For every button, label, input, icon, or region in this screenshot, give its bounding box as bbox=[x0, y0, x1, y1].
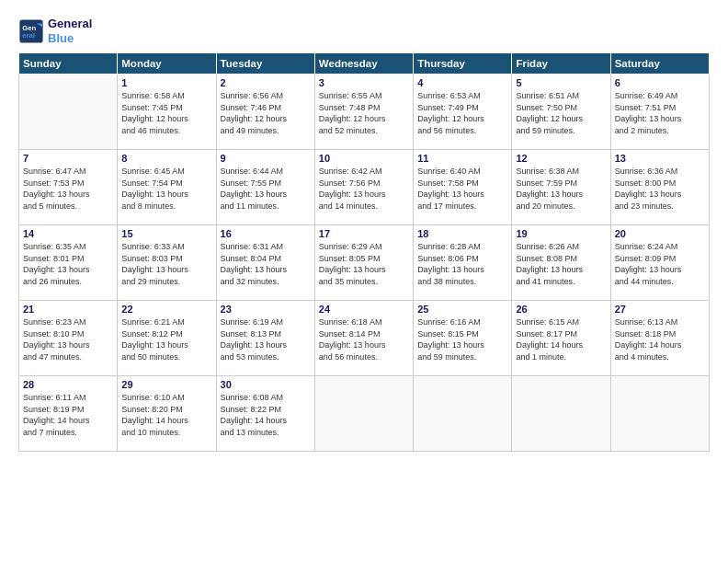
day-number: 14 bbox=[23, 228, 113, 239]
day-info: Sunrise: 6:33 AM Sunset: 8:03 PM Dayligh… bbox=[121, 241, 211, 287]
page: Gen eral General Blue SundayMondayTuesda… bbox=[0, 0, 728, 563]
day-number: 2 bbox=[221, 77, 311, 88]
weekday-header-saturday: Saturday bbox=[610, 53, 709, 75]
calendar-cell: 14Sunrise: 6:35 AM Sunset: 8:01 PM Dayli… bbox=[19, 225, 118, 301]
day-number: 9 bbox=[221, 153, 311, 164]
day-number: 6 bbox=[615, 77, 705, 88]
calendar-cell: 1Sunrise: 6:58 AM Sunset: 7:45 PM Daylig… bbox=[118, 75, 216, 150]
day-number: 18 bbox=[417, 228, 507, 239]
day-info: Sunrise: 6:18 AM Sunset: 8:14 PM Dayligh… bbox=[319, 316, 409, 362]
day-info: Sunrise: 6:42 AM Sunset: 7:56 PM Dayligh… bbox=[319, 166, 409, 212]
weekday-header-tuesday: Tuesday bbox=[216, 53, 314, 75]
svg-text:eral: eral bbox=[22, 31, 35, 40]
day-info: Sunrise: 6:16 AM Sunset: 8:15 PM Dayligh… bbox=[417, 316, 507, 362]
day-info: Sunrise: 6:38 AM Sunset: 7:59 PM Dayligh… bbox=[516, 166, 606, 212]
logo-text: General Blue bbox=[48, 17, 92, 45]
calendar-cell: 12Sunrise: 6:38 AM Sunset: 7:59 PM Dayli… bbox=[512, 150, 610, 225]
day-info: Sunrise: 6:21 AM Sunset: 8:12 PM Dayligh… bbox=[121, 316, 211, 362]
day-number: 10 bbox=[319, 153, 409, 164]
week-row-1: 1Sunrise: 6:58 AM Sunset: 7:45 PM Daylig… bbox=[19, 75, 710, 150]
day-info: Sunrise: 6:44 AM Sunset: 7:55 PM Dayligh… bbox=[221, 166, 311, 212]
calendar-cell bbox=[610, 376, 709, 452]
day-info: Sunrise: 6:13 AM Sunset: 8:18 PM Dayligh… bbox=[615, 316, 705, 362]
calendar-cell: 9Sunrise: 6:44 AM Sunset: 7:55 PM Daylig… bbox=[216, 150, 314, 225]
logo-icon: Gen eral bbox=[18, 18, 44, 44]
day-info: Sunrise: 6:56 AM Sunset: 7:46 PM Dayligh… bbox=[221, 90, 311, 136]
calendar-cell: 29Sunrise: 6:10 AM Sunset: 8:20 PM Dayli… bbox=[118, 376, 216, 452]
day-number: 1 bbox=[121, 77, 211, 88]
week-row-3: 14Sunrise: 6:35 AM Sunset: 8:01 PM Dayli… bbox=[19, 225, 710, 301]
weekday-header-sunday: Sunday bbox=[19, 53, 118, 75]
calendar-cell: 16Sunrise: 6:31 AM Sunset: 8:04 PM Dayli… bbox=[216, 225, 314, 301]
weekday-header-row: SundayMondayTuesdayWednesdayThursdayFrid… bbox=[19, 53, 710, 75]
calendar-cell: 23Sunrise: 6:19 AM Sunset: 8:13 PM Dayli… bbox=[216, 301, 314, 376]
day-number: 19 bbox=[516, 228, 606, 239]
calendar: SundayMondayTuesdayWednesdayThursdayFrid… bbox=[18, 52, 710, 452]
calendar-cell: 27Sunrise: 6:13 AM Sunset: 8:18 PM Dayli… bbox=[610, 301, 709, 376]
day-info: Sunrise: 6:49 AM Sunset: 7:51 PM Dayligh… bbox=[615, 90, 705, 136]
day-number: 12 bbox=[516, 153, 606, 164]
weekday-header-thursday: Thursday bbox=[414, 53, 512, 75]
week-row-4: 21Sunrise: 6:23 AM Sunset: 8:10 PM Dayli… bbox=[19, 301, 710, 376]
day-info: Sunrise: 6:55 AM Sunset: 7:48 PM Dayligh… bbox=[319, 90, 409, 136]
day-info: Sunrise: 6:51 AM Sunset: 7:50 PM Dayligh… bbox=[516, 90, 606, 136]
calendar-cell: 30Sunrise: 6:08 AM Sunset: 8:22 PM Dayli… bbox=[216, 376, 314, 452]
day-number: 24 bbox=[319, 304, 409, 315]
day-number: 22 bbox=[121, 304, 211, 315]
day-number: 16 bbox=[221, 228, 311, 239]
day-info: Sunrise: 6:29 AM Sunset: 8:05 PM Dayligh… bbox=[319, 241, 409, 287]
calendar-cell: 22Sunrise: 6:21 AM Sunset: 8:12 PM Dayli… bbox=[118, 301, 216, 376]
day-number: 30 bbox=[221, 379, 311, 390]
calendar-cell: 4Sunrise: 6:53 AM Sunset: 7:49 PM Daylig… bbox=[414, 75, 512, 150]
day-number: 28 bbox=[23, 379, 113, 390]
calendar-cell: 21Sunrise: 6:23 AM Sunset: 8:10 PM Dayli… bbox=[19, 301, 118, 376]
calendar-cell: 19Sunrise: 6:26 AM Sunset: 8:08 PM Dayli… bbox=[512, 225, 610, 301]
calendar-cell bbox=[512, 376, 610, 452]
calendar-cell: 26Sunrise: 6:15 AM Sunset: 8:17 PM Dayli… bbox=[512, 301, 610, 376]
day-number: 21 bbox=[23, 304, 113, 315]
day-number: 27 bbox=[615, 304, 705, 315]
calendar-cell: 2Sunrise: 6:56 AM Sunset: 7:46 PM Daylig… bbox=[216, 75, 314, 150]
day-info: Sunrise: 6:40 AM Sunset: 7:58 PM Dayligh… bbox=[417, 166, 507, 212]
calendar-cell: 3Sunrise: 6:55 AM Sunset: 7:48 PM Daylig… bbox=[314, 75, 413, 150]
day-info: Sunrise: 6:24 AM Sunset: 8:09 PM Dayligh… bbox=[615, 241, 705, 287]
day-number: 29 bbox=[121, 379, 211, 390]
day-number: 5 bbox=[516, 77, 606, 88]
calendar-cell: 10Sunrise: 6:42 AM Sunset: 7:56 PM Dayli… bbox=[314, 150, 413, 225]
calendar-cell: 13Sunrise: 6:36 AM Sunset: 8:00 PM Dayli… bbox=[610, 150, 709, 225]
day-info: Sunrise: 6:47 AM Sunset: 7:53 PM Dayligh… bbox=[23, 166, 113, 212]
calendar-cell: 6Sunrise: 6:49 AM Sunset: 7:51 PM Daylig… bbox=[610, 75, 709, 150]
calendar-cell: 20Sunrise: 6:24 AM Sunset: 8:09 PM Dayli… bbox=[610, 225, 709, 301]
calendar-cell: 17Sunrise: 6:29 AM Sunset: 8:05 PM Dayli… bbox=[314, 225, 413, 301]
day-info: Sunrise: 6:28 AM Sunset: 8:06 PM Dayligh… bbox=[417, 241, 507, 287]
day-info: Sunrise: 6:31 AM Sunset: 8:04 PM Dayligh… bbox=[221, 241, 311, 287]
calendar-cell bbox=[19, 75, 118, 150]
day-number: 15 bbox=[121, 228, 211, 239]
day-number: 13 bbox=[615, 153, 705, 164]
day-info: Sunrise: 6:08 AM Sunset: 8:22 PM Dayligh… bbox=[221, 392, 311, 438]
calendar-cell: 25Sunrise: 6:16 AM Sunset: 8:15 PM Dayli… bbox=[414, 301, 512, 376]
svg-text:Gen: Gen bbox=[22, 23, 36, 31]
day-info: Sunrise: 6:58 AM Sunset: 7:45 PM Dayligh… bbox=[121, 90, 211, 136]
day-info: Sunrise: 6:53 AM Sunset: 7:49 PM Dayligh… bbox=[417, 90, 507, 136]
calendar-cell: 7Sunrise: 6:47 AM Sunset: 7:53 PM Daylig… bbox=[19, 150, 118, 225]
day-number: 11 bbox=[417, 153, 507, 164]
calendar-cell: 24Sunrise: 6:18 AM Sunset: 8:14 PM Dayli… bbox=[314, 301, 413, 376]
day-number: 17 bbox=[319, 228, 409, 239]
weekday-header-friday: Friday bbox=[512, 53, 610, 75]
week-row-5: 28Sunrise: 6:11 AM Sunset: 8:19 PM Dayli… bbox=[19, 376, 710, 452]
calendar-cell bbox=[314, 376, 413, 452]
day-number: 25 bbox=[417, 304, 507, 315]
day-number: 20 bbox=[615, 228, 705, 239]
day-info: Sunrise: 6:19 AM Sunset: 8:13 PM Dayligh… bbox=[221, 316, 311, 362]
day-number: 3 bbox=[319, 77, 409, 88]
day-number: 4 bbox=[417, 77, 507, 88]
day-info: Sunrise: 6:26 AM Sunset: 8:08 PM Dayligh… bbox=[516, 241, 606, 287]
day-number: 7 bbox=[23, 153, 113, 164]
calendar-cell: 15Sunrise: 6:33 AM Sunset: 8:03 PM Dayli… bbox=[118, 225, 216, 301]
day-number: 23 bbox=[221, 304, 311, 315]
calendar-cell: 11Sunrise: 6:40 AM Sunset: 7:58 PM Dayli… bbox=[414, 150, 512, 225]
weekday-header-monday: Monday bbox=[118, 53, 216, 75]
day-number: 8 bbox=[121, 153, 211, 164]
day-info: Sunrise: 6:36 AM Sunset: 8:00 PM Dayligh… bbox=[615, 166, 705, 212]
